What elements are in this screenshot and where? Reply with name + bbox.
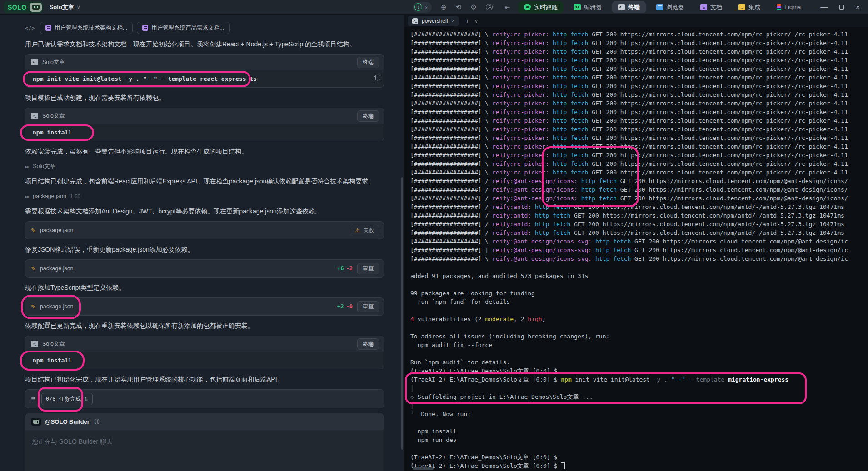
download-icon: ↓ — [414, 3, 422, 11]
composer-header: @SOLO Builder ⌘ — [25, 413, 384, 430]
card-header: >_ Solo文章 终端 — [25, 55, 384, 70]
assistant-paragraph: 依赖配置已更新完成，现在重新安装依赖包以确保所有新添加的包都被正确安装。 — [25, 321, 384, 330]
chat-composer: @SOLO Builder ⌘ 您正在与 SOLO Builder 聊天 @ #… — [25, 413, 384, 471]
terminal-panel: >_ powershell × + ∨ [##################]… — [404, 15, 868, 471]
pencil-edit-icon: ✎ — [31, 265, 36, 272]
terminal-command-card: >_ Solo文章 终端 npm install — [25, 108, 384, 141]
assistant-paragraph: 修复JSON格式错误，重新更新package.json添加必要依赖。 — [25, 245, 384, 254]
tab-label: 编辑器 — [584, 3, 602, 11]
open-terminal-button[interactable]: 终端 — [357, 338, 379, 350]
reference-link-solo[interactable]: ∞ Solo文章 — [25, 161, 384, 171]
chat-panel: </> 用户管理系统技术架构文档... 用户管理系统产品需求文档... 用户已确… — [0, 15, 404, 471]
terminal-icon: >_ — [618, 4, 625, 10]
assistant-paragraph: 需要根据技术架构文档添加Ant Design、JWT、bcrypt等必要依赖。现… — [25, 207, 384, 216]
tab-integrations[interactable]: ⌄ 集成 — [733, 1, 766, 13]
open-terminal-button[interactable]: 终端 — [357, 110, 379, 122]
reference-link-packagejson[interactable]: ∞ package.json 1-50 — [25, 191, 384, 201]
chevron-right-icon: › — [425, 3, 427, 11]
workspace-title[interactable]: Solo文章 — [50, 3, 74, 11]
close-button[interactable]: × — [856, 3, 860, 11]
checklist-icon: ≣ — [31, 396, 36, 402]
assistant-paragraph: 项目结构已初始化完成，现在开始实现用户管理系统的核心功能，包括前端页面和后端AP… — [25, 375, 384, 384]
copy-icon[interactable] — [374, 76, 378, 81]
new-chat-icon[interactable]: ⊕ — [441, 3, 447, 11]
maximize-button[interactable] — [839, 5, 844, 10]
command-text: npm install — [33, 357, 72, 364]
review-button[interactable]: 审查 — [357, 263, 379, 274]
file-edit-card[interactable]: ✎ package.json +2 -0 审查 — [25, 297, 384, 316]
account-icon[interactable] — [486, 4, 493, 10]
file-edit-card[interactable]: ✎ package.json +6 -2 审查 — [25, 259, 384, 278]
card-label: Solo文章 — [42, 59, 65, 66]
card-label: package.json — [40, 303, 74, 310]
assistant-paragraph: 依赖安装完成，虽然有一些警告但不影响项目运行。现在检查生成的项目结构。 — [25, 147, 384, 156]
doc-chip-architecture[interactable]: 用户管理系统技术架构文档... — [40, 22, 133, 34]
review-button[interactable]: 审查 — [357, 301, 379, 312]
doc-chip-requirements[interactable]: 用户管理系统产品需求文档... — [137, 22, 229, 34]
task-progress-dropdown[interactable]: 0/8 任务完成 ⇅ — [41, 393, 93, 405]
terminal-tab-label: powershell — [422, 18, 448, 24]
message-input[interactable]: 您正在与 SOLO Builder 聊天 — [25, 430, 384, 471]
tab-label: 集成 — [748, 3, 760, 11]
tab-terminal[interactable]: >_ 终端 — [612, 1, 646, 13]
card-label: Solo文章 — [42, 112, 65, 120]
pencil-edit-icon: ✎ — [31, 227, 36, 234]
shortcut-icon: ⌘ — [94, 418, 100, 425]
window-controls: — × — [820, 3, 860, 11]
purple-doc-icon — [142, 25, 148, 31]
command-text: npm init vite-init@latest -y . "--" --te… — [33, 75, 257, 82]
solo-logo[interactable]: SOLO — [4, 1, 43, 13]
settings-gear-icon[interactable]: ⚙ — [470, 3, 477, 11]
tab-label: 浏览器 — [666, 3, 684, 11]
assistant-paragraph: 项目结构已创建完成，包含前端React应用和后端Express API。现在检查… — [25, 177, 384, 186]
figma-icon — [777, 4, 781, 10]
minimize-button[interactable]: — — [820, 3, 828, 11]
terminal-horizontal-scrollbar[interactable] — [413, 467, 434, 470]
command-text: npm install — [33, 129, 72, 136]
terminal-icon: >_ — [31, 59, 38, 65]
history-icon[interactable]: ⟲ — [455, 3, 461, 11]
task-progress-label: 0/8 任务完成 — [46, 395, 81, 403]
command-row: npm install — [25, 124, 384, 141]
file-edit-card-failed[interactable]: ✎ package.json ⚠ 失败 — [25, 221, 384, 239]
link-label: package.json — [33, 193, 66, 199]
tab-label: Figma — [784, 4, 801, 10]
open-terminal-button[interactable]: 终端 — [357, 57, 379, 68]
fail-status-badge: ⚠ 失败 — [350, 225, 379, 236]
collapse-panel-icon[interactable]: ⇤ — [504, 4, 510, 11]
chat-scroll-area: </> 用户管理系统技术架构文档... 用户管理系统产品需求文档... 用户已确… — [0, 15, 404, 471]
solo-logo-text: SOLO — [8, 4, 27, 11]
tab-live-follow[interactable]: 实时跟随 — [518, 1, 564, 13]
terminal-tab-powershell[interactable]: >_ powershell × — [408, 16, 459, 26]
terminal-output[interactable]: [##################] \ reify:rc-picker: … — [404, 27, 868, 470]
update-pill-button[interactable]: ↓ › — [413, 2, 432, 13]
diff-removed-count: -0 — [346, 303, 353, 310]
agent-name[interactable]: @SOLO Builder — [45, 418, 90, 425]
diff-added-count: +6 — [337, 265, 344, 272]
card-header: >_ Solo文章 终端 — [25, 336, 384, 352]
tab-figma[interactable]: Figma — [771, 1, 807, 13]
tab-docs[interactable]: ≣ 文档 — [694, 1, 728, 13]
builder-avatar-icon — [31, 418, 41, 426]
code-icon: </> — [25, 25, 35, 31]
fail-label: 失败 — [363, 227, 374, 234]
assistant-paragraph: 现在添加TypeScript类型定义依赖。 — [25, 283, 384, 292]
doc-chip-label: 用户管理系统产品需求文档... — [151, 24, 224, 32]
chevron-down-icon[interactable]: ∨ — [77, 4, 80, 10]
assistant-paragraph: 项目模板已成功创建，现在需要安装所有依赖包。 — [25, 93, 384, 102]
sort-arrows-icon: ⇅ — [85, 397, 88, 402]
terminal-icon: >_ — [31, 341, 38, 347]
terminal-options-chevron-icon[interactable]: ∨ — [475, 19, 478, 24]
chat-vertical-scrollbar[interactable] — [401, 177, 403, 450]
close-tab-icon[interactable]: × — [451, 18, 454, 24]
top-bar: SOLO Solo文章 ∨ ↓ › ⊕ ⟲ ⚙ ⇤ 实时跟随 <> 编辑器 — [0, 0, 868, 15]
new-terminal-icon[interactable]: + — [465, 17, 469, 25]
tab-browser[interactable]: 浏览器 — [650, 1, 690, 13]
editor-icon: <> — [574, 4, 581, 10]
link-label: Solo文章 — [33, 163, 55, 170]
tab-label: 文档 — [710, 3, 722, 11]
terminal-icon: >_ — [31, 113, 38, 119]
tab-editor[interactable]: <> 编辑器 — [568, 1, 608, 13]
document-icon: ≣ — [700, 4, 707, 10]
browser-icon — [656, 4, 663, 10]
